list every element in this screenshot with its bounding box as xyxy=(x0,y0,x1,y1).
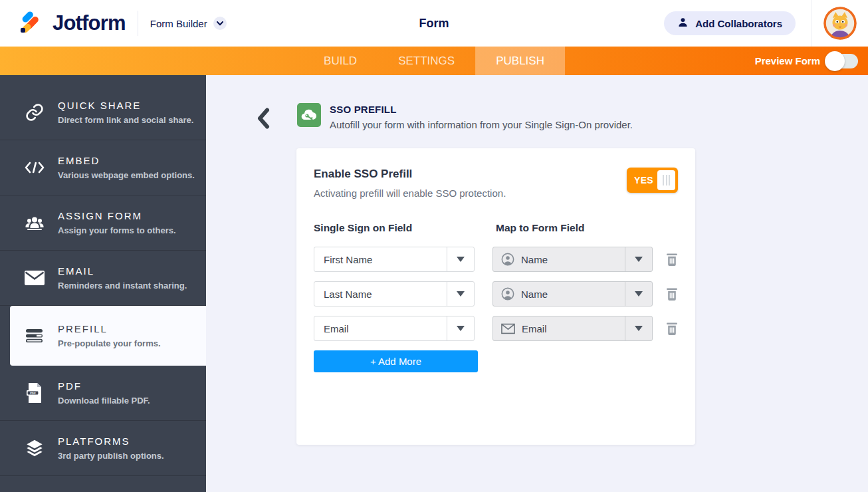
sidebar-item-assign-form[interactable]: ASSIGN FORM Assign your forms to others. xyxy=(0,195,206,251)
form-field-select-2[interactable]: Name xyxy=(492,281,653,307)
sidebar-item-label: PREFILL xyxy=(58,323,161,334)
header-divider xyxy=(138,11,138,36)
mapping-row: First Name Name xyxy=(314,247,678,272)
dropdown-arrow-icon xyxy=(625,316,652,340)
sidebar-item-label: EMAIL xyxy=(58,265,187,277)
sso-field-select-value: Last Name xyxy=(314,289,447,300)
envelope-icon xyxy=(501,323,515,334)
mapping-row: Last Name Name xyxy=(314,281,678,307)
jotform-logo[interactable]: Jotform xyxy=(0,9,126,37)
tab-build[interactable]: BUILD xyxy=(303,47,378,75)
sso-cloud-key-icon xyxy=(297,103,321,132)
publish-sidebar: QUICK SHARE Direct form link and social … xyxy=(0,75,206,492)
sso-field-select-1[interactable]: First Name xyxy=(314,247,475,272)
preview-form-label: Preview Form xyxy=(755,55,820,66)
person-icon xyxy=(677,17,689,30)
sidebar-item-description: Direct form link and social share. xyxy=(58,115,193,125)
dropdown-arrow-icon xyxy=(625,247,652,271)
sso-field-select-2[interactable]: Last Name xyxy=(314,281,475,307)
person-icon xyxy=(501,287,514,301)
enable-sso-title: Enable SSO Prefill xyxy=(314,168,506,181)
jotform-logo-icon xyxy=(19,9,44,37)
sidebar-item-description: 3rd party publish options. xyxy=(58,451,164,461)
delete-row-button[interactable] xyxy=(666,287,678,301)
sidebar-item-embed[interactable]: EMBED Various webpage embed options. xyxy=(0,140,206,195)
dropdown-arrow-icon xyxy=(625,282,652,306)
link-icon xyxy=(24,102,45,122)
sidebar-item-platforms[interactable]: PLATFORMS 3rd party publish options. xyxy=(0,421,206,476)
sidebar-item-description: Pre-populate your forms. xyxy=(58,338,161,348)
mapping-row: Email Email xyxy=(314,316,678,341)
product-switcher[interactable]: Form Builder xyxy=(150,17,227,30)
envelope-icon xyxy=(24,271,45,285)
form-field-select-value: Name xyxy=(514,254,625,265)
section-description: Autofill your form with information from… xyxy=(330,119,633,130)
add-collaborators-label: Add Collaborators xyxy=(695,18,782,29)
product-switcher-label: Form Builder xyxy=(150,18,207,29)
sidebar-item-description: Assign your forms to others. xyxy=(58,225,176,235)
sidebar-item-label: EMBED xyxy=(58,155,195,166)
form-field-column-header: Map to Form Field xyxy=(496,222,584,234)
sidebar-item-email[interactable]: EMAIL Reminders and instant sharing. xyxy=(0,251,206,306)
form-field-select-1[interactable]: Name xyxy=(492,247,653,272)
chevron-down-icon xyxy=(213,17,227,30)
sidebar-item-label: PLATFORMS xyxy=(58,435,164,447)
main-navbar: BUILD SETTINGS PUBLISH Preview Form xyxy=(0,47,868,75)
avatar[interactable] xyxy=(823,7,857,40)
sidebar-item-description: Reminders and instant sharing. xyxy=(58,281,187,291)
delete-row-button[interactable] xyxy=(666,321,678,336)
main-content: SSO PREFILL Autofill your form with info… xyxy=(206,75,868,492)
toggle-knob xyxy=(657,170,675,190)
preview-form-toggle[interactable] xyxy=(827,54,858,68)
sso-field-column-header: Single Sign on Field xyxy=(314,222,496,234)
dropdown-arrow-icon xyxy=(447,316,474,340)
sso-field-select-3[interactable]: Email xyxy=(314,316,475,341)
section-title: SSO PREFILL xyxy=(330,104,633,115)
enable-sso-toggle[interactable]: YES xyxy=(627,168,678,193)
toggle-yes-label: YES xyxy=(634,175,653,185)
svg-text:PDF: PDF xyxy=(30,392,36,395)
form-field-select-3[interactable]: Email xyxy=(492,316,653,341)
form-field-select-value: Name xyxy=(514,289,625,300)
layers-icon xyxy=(24,439,45,457)
sidebar-item-prefill[interactable]: PREFILL Pre-populate your forms. xyxy=(10,306,206,366)
pdf-file-icon: PDF xyxy=(24,383,45,403)
enable-sso-description: Activating prefill will enable SSO prote… xyxy=(314,187,506,199)
sidebar-item-pdf[interactable]: PDF PDF Download fillable PDF. xyxy=(0,366,206,421)
code-icon xyxy=(24,162,45,174)
tab-publish[interactable]: PUBLISH xyxy=(475,47,565,75)
sso-field-select-value: First Name xyxy=(314,254,447,265)
nav-tabs: BUILD SETTINGS PUBLISH xyxy=(303,47,565,75)
form-field-select-value: Email xyxy=(515,323,625,334)
toggle-knob xyxy=(825,51,845,71)
sidebar-item-description: Download fillable PDF. xyxy=(58,396,150,406)
sidebar-item-description: Various webpage embed options. xyxy=(58,170,195,180)
app-header: Jotform Form Builder Form Add Collaborat… xyxy=(0,0,868,47)
people-icon xyxy=(24,215,45,230)
tab-settings[interactable]: SETTINGS xyxy=(378,47,475,75)
add-more-button[interactable]: + Add More xyxy=(314,350,478,372)
dropdown-arrow-icon xyxy=(447,282,474,306)
page-title: Form xyxy=(419,17,449,31)
sidebar-item-quick-share[interactable]: QUICK SHARE Direct form link and social … xyxy=(0,85,206,140)
dropdown-arrow-icon xyxy=(447,247,474,271)
avatar-container xyxy=(812,0,868,47)
sidebar-item-label: PDF xyxy=(58,380,150,392)
sso-field-select-value: Email xyxy=(314,323,447,334)
sidebar-item-label: QUICK SHARE xyxy=(58,100,193,111)
delete-row-button[interactable] xyxy=(666,252,678,267)
sidebar-item-label: ASSIGN FORM xyxy=(58,210,176,221)
person-icon xyxy=(501,253,514,266)
sso-prefill-panel: Enable SSO Prefill Activating prefill wi… xyxy=(296,148,695,445)
back-button[interactable] xyxy=(256,108,271,132)
add-collaborators-button[interactable]: Add Collaborators xyxy=(664,11,796,35)
jotform-wordmark: Jotform xyxy=(53,11,126,35)
prefill-lines-icon xyxy=(24,329,45,343)
